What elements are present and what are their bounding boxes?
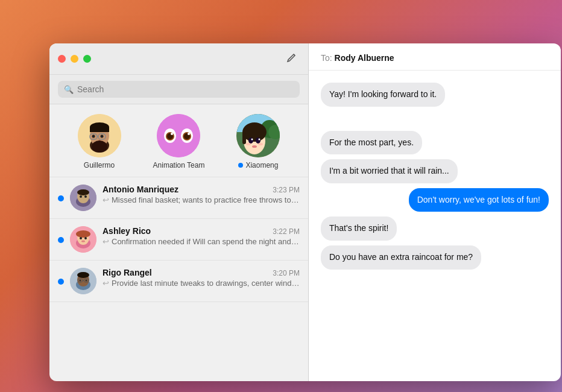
message-1: Yay! I'm looking forward to it. [321,83,445,107]
conv-preview-text-antonio: Missed final basket; wants to practice f… [112,195,300,204]
svg-point-51 [77,272,89,278]
svg-point-28 [248,138,253,144]
svg-point-45 [80,237,82,239]
conv-header-rigo: Rigo Rangel 3:20 PM [103,268,300,277]
messages-window: 🔍 [49,43,561,381]
conv-header-antonio: Antonio Manriquez 3:23 PM [103,185,300,194]
conv-preview-ashley: ↩ Confirmation needed if Will can spend … [103,237,300,246]
conversation-item-antonio[interactable]: Antonio Manriquez 3:23 PM ↩ Missed final… [49,177,308,219]
contact-name-animation-team: Animation Team [153,161,205,169]
contact-name-xiaomeng: Xiaomeng [245,161,278,169]
svg-point-34 [258,143,263,145]
svg-point-11 [92,141,107,153]
search-input[interactable] [77,84,294,94]
chat-recipient-name: Rody Albuerne [335,53,394,63]
avatar-xiaomeng [236,114,280,157]
avatar-rigo [70,268,96,294]
search-icon: 🔍 [64,85,74,94]
chat-header: To: Rody Albuerne [309,43,561,71]
contact-pin-guillermo[interactable]: Guillermo [78,114,121,169]
contact-pin-animation-team[interactable]: Animation Team [153,114,205,169]
svg-rect-4 [90,127,109,132]
conv-time-rigo: 3:20 PM [273,269,300,277]
conversation-list: Antonio Manriquez 3:23 PM ↩ Missed final… [49,177,308,381]
window-controls [58,55,91,63]
svg-point-56 [86,280,87,282]
avatar-animation-team [157,114,200,157]
svg-rect-27 [242,132,246,144]
conv-preview-antonio: ↩ Missed final basket; wants to practice… [103,195,300,204]
conv-time-antonio: 3:23 PM [273,186,300,194]
avatar-antonio [70,185,96,211]
message-4: Don't worry, we've got lots of fun! [409,188,549,212]
titlebar [49,43,308,75]
unread-dot-ashley [58,237,64,243]
avatar-ashley [70,226,96,253]
chat-to-label: To: [321,53,332,63]
svg-point-29 [256,138,260,144]
conv-name-antonio: Antonio Manriquez [103,185,178,194]
conv-name-ashley: Ashley Rico [103,226,151,236]
pinned-contacts: Guillermo [49,104,308,177]
svg-point-12 [157,114,200,157]
online-dot-xiaomeng [238,163,243,168]
svg-point-40 [84,195,87,198]
message-3: I'm a bit worried that it will rain... [321,159,458,183]
message-2: For the most part, yes. [321,131,422,155]
conv-preview-text-rigo: Provide last minute tweaks to drawings, … [112,279,300,288]
contact-name-xiaomeng-wrapper: Xiaomeng [238,161,278,169]
chat-area: To: Rody Albuerne Yay! I'm looking forwa… [309,43,561,381]
guillermo-avatar-svg [78,114,121,157]
compose-icon [286,52,297,63]
contact-pin-xiaomeng[interactable]: Xiaomeng [236,114,280,169]
conversation-item-rigo[interactable]: Rigo Rangel 3:20 PM ↩ Provide last minut… [49,261,308,302]
conv-preview-rigo: ↩ Provide last minute tweaks to drawings… [103,279,300,288]
conv-time-ashley: 3:22 PM [273,227,300,236]
svg-point-33 [246,143,251,145]
svg-point-8 [92,135,95,138]
animation-team-avatar-svg [157,114,200,157]
svg-point-9 [100,135,103,138]
contact-name-guillermo: Guillermo [84,161,115,169]
message-6: Do you have an extra raincoat for me? [321,245,481,270]
svg-point-55 [80,280,81,282]
avatar-guillermo [78,114,121,157]
svg-point-46 [84,237,87,239]
conv-header-ashley: Ashley Rico 3:22 PM [103,226,300,236]
svg-point-31 [259,139,260,141]
search-input-wrapper[interactable]: 🔍 [58,81,300,98]
unread-dot-rigo [58,279,64,285]
conv-preview-text-ashley: Confirmation needed if Will can spend th… [112,237,300,246]
sidebar: 🔍 [49,43,309,381]
message-5: That's the spirit! [321,217,397,241]
minimize-button[interactable] [71,55,78,63]
svg-point-20 [188,133,190,135]
conv-info-ashley: Ashley Rico 3:22 PM ↩ Confirmation neede… [103,226,300,246]
conv-info-antonio: Antonio Manriquez 3:23 PM ↩ Missed final… [103,185,300,204]
xiaomeng-avatar-svg [236,114,280,157]
svg-point-16 [171,133,173,135]
unread-dot-antonio [58,195,64,201]
svg-point-32 [252,145,257,148]
svg-point-38 [77,189,89,195]
chat-messages: Yay! I'm looking forward to it. For the … [309,71,561,381]
conv-info-rigo: Rigo Rangel 3:20 PM ↩ Provide last minut… [103,268,300,288]
svg-point-30 [251,139,253,141]
search-bar: 🔍 [49,75,308,104]
svg-point-47 [81,241,85,242]
maximize-button[interactable] [83,55,91,63]
close-button[interactable] [58,55,66,63]
conversation-item-ashley[interactable]: Ashley Rico 3:22 PM ↩ Confirmation neede… [49,219,308,261]
svg-point-44 [76,230,90,238]
conv-name-rigo: Rigo Rangel [103,268,152,277]
compose-button[interactable] [284,49,300,68]
svg-point-39 [80,195,82,198]
